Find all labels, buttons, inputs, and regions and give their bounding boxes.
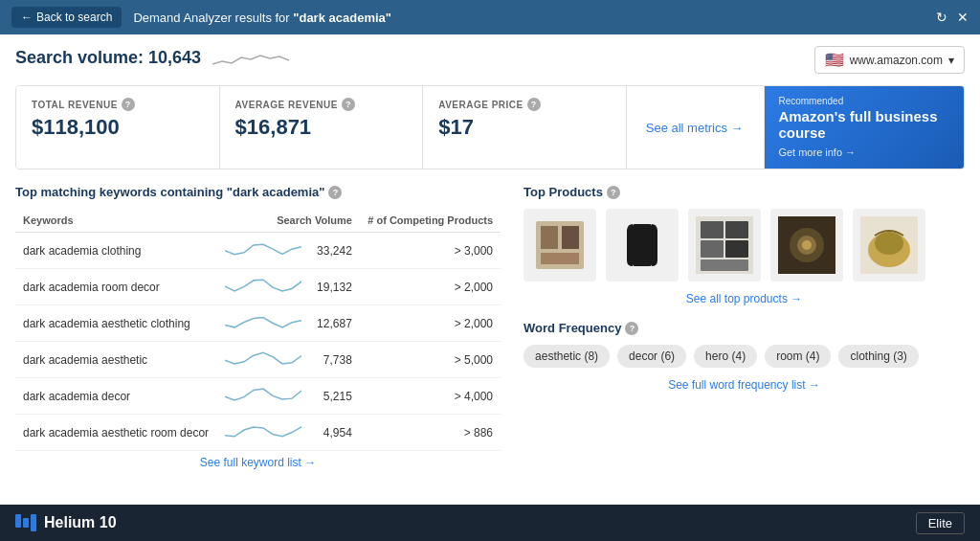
product-thumb-3[interactable] <box>688 209 761 282</box>
volume-cell: 7,738 <box>309 342 360 378</box>
avg-revenue-info-icon[interactable]: ? <box>342 98 355 111</box>
svg-point-15 <box>802 240 812 250</box>
keywords-section: Top matching keywords containing "dark a… <box>15 185 501 469</box>
sparkline-cell <box>217 305 309 342</box>
header-title: Demand Analyzer results for "dark academ… <box>133 11 924 25</box>
close-button[interactable]: ✕ <box>957 10 969 25</box>
sparkline-cell <box>217 233 309 269</box>
word-tag[interactable]: room (4) <box>765 345 831 368</box>
keyword-sparkline <box>225 276 301 295</box>
word-tag[interactable]: clothing (3) <box>838 345 918 368</box>
keywords-section-title: Top matching keywords containing "dark a… <box>15 185 501 199</box>
volume-cell: 33,242 <box>309 233 360 269</box>
keyword-sparkline <box>225 421 301 440</box>
back-arrow-icon: ← <box>21 11 33 24</box>
avg-price-value: $17 <box>438 115 611 140</box>
total-revenue-value: $118,100 <box>32 115 204 140</box>
avg-revenue-label: AVERAGE REVENUE ? <box>235 98 408 111</box>
word-frequency-title: Word Frequency ? <box>523 321 965 335</box>
keywords-info-icon[interactable]: ? <box>328 186 342 199</box>
svg-rect-9 <box>701 240 724 258</box>
footer: Helium 10 Elite <box>0 505 980 541</box>
word-frequency-section: Word Frequency ? aesthetic (8)decor (6)h… <box>523 321 965 392</box>
see-full-keyword-link[interactable]: See full keyword list → <box>200 456 316 469</box>
word-tag[interactable]: hero (4) <box>694 345 757 368</box>
header-icons: ↻ ✕ <box>936 10 969 25</box>
table-row[interactable]: dark academia aesthetic room decor 4,954… <box>15 415 501 451</box>
recommended-title: Amazon's full business course <box>778 108 950 141</box>
recommended-label: Recommended <box>778 96 950 106</box>
product-thumb-5[interactable] <box>853 209 925 282</box>
see-all-metrics-link[interactable]: See all metrics → <box>627 121 763 135</box>
keywords-table: Keywords Search Volume # of Competing Pr… <box>15 209 501 451</box>
see-all-products-link[interactable]: See all top products → <box>686 292 802 305</box>
avg-revenue-value: $16,871 <box>235 115 408 140</box>
top-products-info-icon[interactable]: ? <box>607 186 620 199</box>
svg-rect-8 <box>725 221 748 238</box>
product-thumb-1[interactable] <box>523 209 596 282</box>
logo-bar-3 <box>31 514 36 531</box>
svg-rect-1 <box>541 226 558 249</box>
table-row[interactable]: dark academia room decor 19,132 > 2,000 <box>15 269 501 305</box>
keyword-cell: dark academia room decor <box>15 269 217 305</box>
volume-cell: 12,687 <box>309 305 360 342</box>
competing-cell: > 3,000 <box>360 233 501 269</box>
logo-icon <box>15 514 36 531</box>
logo: Helium 10 <box>15 514 117 531</box>
keyword-cell: dark academia aesthetic <box>15 342 217 378</box>
search-volume-section: Search volume: 10,643 <box>15 46 289 69</box>
avg-price-info-icon[interactable]: ? <box>527 98 541 111</box>
keyword-sparkline <box>225 385 301 404</box>
svg-rect-5 <box>633 224 652 266</box>
col-keywords: Keywords <box>15 209 217 233</box>
sparkline-cell <box>217 342 309 378</box>
volume-cell: 19,132 <box>309 269 360 305</box>
keyword-cell: dark academia aesthetic clothing <box>15 305 217 342</box>
keyword-sparkline <box>225 349 301 368</box>
products-row <box>523 209 965 282</box>
word-tag[interactable]: decor (6) <box>617 345 686 368</box>
total-revenue-info-icon[interactable]: ? <box>122 98 135 111</box>
amazon-url: www.amazon.com <box>850 54 943 67</box>
competing-cell: > 886 <box>360 415 501 451</box>
word-frequency-tags: aesthetic (8)decor (6)hero (4)room (4)cl… <box>523 345 965 368</box>
word-tag[interactable]: aesthetic (8) <box>523 345 610 368</box>
svg-rect-7 <box>701 221 724 238</box>
recommended-link[interactable]: Get more info → <box>778 147 856 158</box>
avg-price-label: AVERAGE PRICE ? <box>438 98 611 111</box>
back-button[interactable]: ← Back to search <box>11 7 122 28</box>
table-row[interactable]: dark academia aesthetic 7,738 > 5,000 <box>15 342 501 378</box>
word-frequency-see-all: See full word frequency list → <box>523 377 965 392</box>
see-full-frequency-link[interactable]: See full word frequency list → <box>668 378 820 392</box>
top-products-see-all: See all top products → <box>523 291 965 305</box>
dropdown-arrow-icon: ▾ <box>948 54 954 67</box>
refresh-button[interactable]: ↻ <box>936 10 947 25</box>
elite-badge: Elite <box>916 512 965 534</box>
keyword-cell: dark academia decor <box>15 378 217 415</box>
svg-rect-10 <box>725 240 748 258</box>
header-bar: ← Back to search Demand Analyzer results… <box>0 0 980 34</box>
top-row: Search volume: 10,643 🇺🇸 www.amazon.com … <box>15 46 965 74</box>
recommended-card: Recommended Amazon's full business cours… <box>765 86 964 169</box>
avg-revenue-card: AVERAGE REVENUE ? $16,871 <box>220 86 424 169</box>
table-row[interactable]: dark academia aesthetic clothing 12,687 … <box>15 305 501 342</box>
svg-rect-2 <box>562 226 579 249</box>
table-row[interactable]: dark academia decor 5,215 > 4,000 <box>15 378 501 415</box>
logo-bar-1 <box>15 514 21 528</box>
search-volume-sparkline <box>212 50 289 69</box>
keyword-cell: dark academia clothing <box>15 233 217 269</box>
sparkline-cell <box>217 415 309 451</box>
word-frequency-info-icon[interactable]: ? <box>625 322 638 335</box>
svg-rect-3 <box>541 253 579 264</box>
sparkline-cell <box>217 269 309 305</box>
amazon-selector[interactable]: 🇺🇸 www.amazon.com ▾ <box>814 46 965 74</box>
top-products-title: Top Products ? <box>523 185 965 199</box>
product-thumb-2[interactable] <box>606 209 679 282</box>
competing-cell: > 4,000 <box>360 378 501 415</box>
product-thumb-4[interactable] <box>770 209 843 282</box>
top-products-section: Top Products ? <box>523 185 965 305</box>
table-row[interactable]: dark academia clothing 33,242 > 3,000 <box>15 233 501 269</box>
keyword-sparkline <box>225 239 301 259</box>
competing-cell: > 5,000 <box>360 342 501 378</box>
total-revenue-label: TOTAL REVENUE ? <box>32 98 204 111</box>
